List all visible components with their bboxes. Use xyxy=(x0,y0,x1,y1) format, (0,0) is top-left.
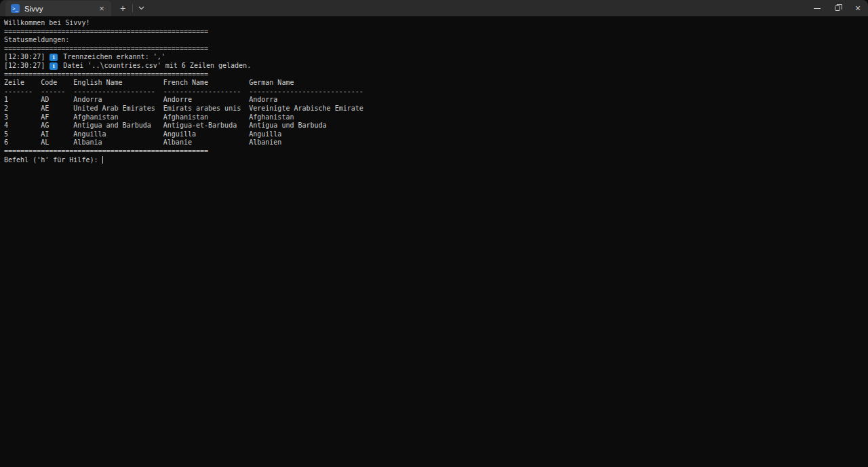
chevron-down-icon xyxy=(138,6,144,10)
separator-line: ========================================… xyxy=(4,147,868,156)
info-icon: i xyxy=(50,54,58,61)
separator-line: ========================================… xyxy=(4,28,868,37)
table-underline-row: ------- ------ -------------------- ----… xyxy=(4,88,868,96)
minimize-icon xyxy=(814,8,821,9)
table-header-row: Zeile Code English Name French Name Germ… xyxy=(4,79,868,88)
tab-title: Sivvy xyxy=(24,5,96,13)
tab-dropdown-button[interactable] xyxy=(133,0,149,16)
terminal-icon: >_ xyxy=(11,4,20,13)
close-button[interactable]: × xyxy=(848,0,868,16)
prompt-line: Befehl ('h' für Hilfe): xyxy=(4,156,868,165)
timestamp: [12:30:27] xyxy=(4,62,45,71)
titlebar: >_ Sivvy × + × xyxy=(0,0,868,16)
tab-close-icon[interactable]: × xyxy=(96,3,107,14)
status-text: Datei '..\countries.csv' mit 6 Zeilen ge… xyxy=(63,62,251,71)
table-row: 6 AL Albania Albanie Albanien xyxy=(4,138,868,147)
text-cursor xyxy=(102,156,103,164)
status-text: Trennzeichen erkannt: ',' xyxy=(63,53,165,62)
prompt-text: Befehl ('h' für Hilfe): xyxy=(4,156,102,165)
table-row: 1 AD Andorra Andorre Andorra xyxy=(4,96,868,105)
info-icon: i xyxy=(50,62,58,70)
new-tab-button[interactable]: + xyxy=(113,0,132,16)
restore-icon xyxy=(835,5,840,11)
close-icon: × xyxy=(855,3,861,13)
separator-line: ========================================… xyxy=(4,71,868,79)
status-message: [12:30:27]iDatei '..\countries.csv' mit … xyxy=(4,62,868,71)
table-row: 4 AG Antigua and Barbuda Antigua-et-Barb… xyxy=(4,122,868,130)
restore-button[interactable] xyxy=(827,0,848,16)
separator-line: ========================================… xyxy=(4,45,868,54)
status-heading: Statusmeldungen: xyxy=(4,36,868,45)
terminal-viewport[interactable]: Willkommen bei Sivvy! ==================… xyxy=(0,16,868,467)
status-message: [12:30:27]iTrennzeichen erkannt: ',' xyxy=(4,53,868,62)
table-row: 5 AI Anguilla Anguilla Anguilla xyxy=(4,130,868,139)
table-row: 3 AF Afghanistan Afghanistan Afghanistan xyxy=(4,113,868,122)
csv-table: Zeile Code English Name French Name Germ… xyxy=(4,79,868,147)
tab-sivvy[interactable]: >_ Sivvy × xyxy=(5,1,111,16)
minimize-button[interactable] xyxy=(807,0,827,16)
timestamp: [12:30:27] xyxy=(4,53,45,62)
titlebar-drag-area xyxy=(149,0,807,16)
welcome-line: Willkommen bei Sivvy! xyxy=(4,19,868,28)
table-row: 2 AE United Arab Emirates Emirats arabes… xyxy=(4,105,868,113)
